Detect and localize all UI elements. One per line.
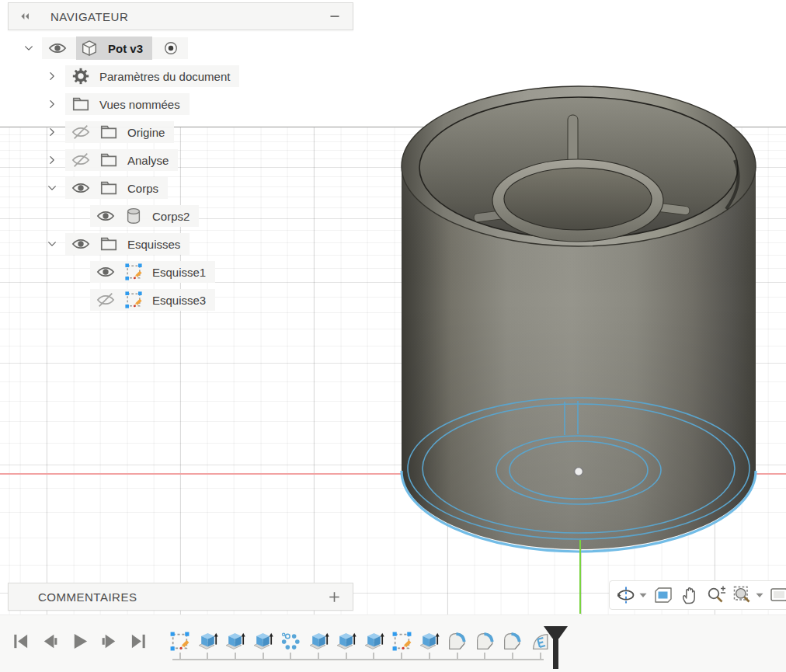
gear-icon <box>71 67 90 85</box>
timeline-feature-extrude-8[interactable] <box>363 631 384 652</box>
step-forward-button[interactable] <box>99 632 119 651</box>
comments-title: COMMENTAIRES <box>38 590 327 604</box>
timeline-feature-extrude-6[interactable] <box>308 631 329 652</box>
chevron-down-icon[interactable] <box>47 183 57 193</box>
window-zoom-options-caret-button[interactable] <box>756 593 763 598</box>
timeline-feature-extrude-2[interactable] <box>197 631 218 652</box>
timeline-feature-fillet-13[interactable] <box>502 631 523 652</box>
tree-item-label-box: Vues nommées <box>65 93 190 115</box>
active-component-radio[interactable] <box>163 40 179 56</box>
pan-button[interactable] <box>680 585 700 605</box>
timeline-feature-extrude-7[interactable] <box>336 631 356 652</box>
tree-item-pot-v3[interactable]: Pot v3 <box>0 34 373 62</box>
tree-item-esquisse1[interactable]: Esquisse1 <box>0 258 373 286</box>
visibility-off-icon[interactable] <box>71 151 90 169</box>
timeline-playhead-stem[interactable] <box>553 638 558 669</box>
window-zoom-button[interactable] <box>732 585 753 605</box>
minus-icon <box>328 9 342 23</box>
visibility-on-icon[interactable] <box>96 263 115 281</box>
pot-body[interactable] <box>402 86 756 549</box>
timeline-feature-extrude-4[interactable] <box>252 631 273 652</box>
tree-item-label-box: Origine <box>65 121 174 143</box>
tree-item-label-box: Esquisses <box>65 233 190 255</box>
feature-tick <box>318 653 319 659</box>
visibility-on-icon[interactable] <box>48 39 67 57</box>
tree-item-analyse[interactable]: Analyse <box>0 146 373 174</box>
sketch-icon <box>124 263 143 281</box>
chevron-right-icon[interactable] <box>47 155 57 165</box>
timeline-feature-fillet-12[interactable] <box>475 631 496 652</box>
visibility-on-icon[interactable] <box>96 207 115 225</box>
skip-to-end-button[interactable] <box>129 632 148 651</box>
timeline-feature-fillet-11[interactable] <box>447 631 468 652</box>
tree-item-label: Esquisse3 <box>152 294 206 307</box>
tree-item-label: Analyse <box>127 154 169 167</box>
navigator-header: NAVIGATEUR <box>8 2 353 30</box>
timeline-feature-circular-pattern-5[interactable] <box>280 631 301 652</box>
folder-icon <box>99 235 118 253</box>
tree-item-corps[interactable]: Corps <box>0 174 373 202</box>
feature-tick <box>290 653 291 659</box>
tree-item-origine[interactable]: Origine <box>0 118 373 146</box>
folder-icon <box>99 151 118 169</box>
look-at-button[interactable] <box>653 585 673 605</box>
tree-item-label-box: Corps <box>65 177 168 199</box>
feature-tick <box>235 653 236 659</box>
timeline-feature-sketch-1[interactable] <box>169 631 190 652</box>
play-button[interactable] <box>70 632 89 651</box>
timeline-feature-sketch-9[interactable] <box>391 631 412 652</box>
add-comment-button[interactable] <box>327 590 342 604</box>
tree-item-vues-nomm-es[interactable]: Vues nommées <box>0 90 373 118</box>
timeline-feature-emboss-14[interactable] <box>530 631 551 652</box>
feature-tick <box>457 653 458 659</box>
visibility-off-icon[interactable] <box>96 291 115 309</box>
navigator-title: NAVIGATEUR <box>50 10 328 23</box>
feature-tick <box>429 653 430 659</box>
chevron-down-icon[interactable] <box>23 43 34 54</box>
timeline-feature-extrude-3[interactable] <box>224 631 245 652</box>
timeline-playback-controls <box>11 632 148 651</box>
timeline-feature-extrude-10[interactable] <box>419 631 440 652</box>
step-back-button[interactable] <box>40 632 60 651</box>
selected-item-highlight: Pot v3 <box>76 37 152 60</box>
visibility-on-icon[interactable] <box>71 235 90 253</box>
display-settings-button[interactable] <box>770 585 786 605</box>
orbit-icon <box>616 585 636 605</box>
folder-icon <box>99 123 118 141</box>
chevron-down-icon[interactable] <box>47 239 57 249</box>
orbit-options-caret-button[interactable] <box>639 593 647 598</box>
folder-icon <box>99 179 118 197</box>
chevron-right-icon[interactable] <box>47 71 57 82</box>
tree-item-label-box: Esquisse1 <box>90 261 215 283</box>
window-zoom-icon <box>732 585 753 605</box>
display-settings-icon <box>770 585 786 605</box>
chevron-right-icon[interactable] <box>47 99 57 110</box>
pan-icon <box>680 585 700 605</box>
tree-item-label: Paramètres du document <box>99 70 230 83</box>
feature-tick <box>207 653 208 659</box>
tree-item-esquisses[interactable]: Esquisses <box>0 230 373 258</box>
tree-item-label-box: Pot v3 <box>42 37 188 59</box>
tree-item-corps2[interactable]: Corps2 <box>0 202 373 230</box>
sketch-icon <box>124 291 143 309</box>
tree-item-esquisse3[interactable]: Esquisse3 <box>0 286 373 314</box>
minimize-navigator-button[interactable] <box>328 9 342 23</box>
chevron-right-icon[interactable] <box>47 127 57 138</box>
collapse-navigator-button[interactable] <box>18 10 32 23</box>
folder-icon <box>71 95 90 113</box>
feature-tick <box>346 653 347 659</box>
feature-tick <box>263 653 264 659</box>
tree-item-param-tres-du-document[interactable]: Paramètres du document <box>0 62 373 90</box>
tree-item-label: Corps2 <box>152 210 190 223</box>
zoom-button[interactable] <box>706 585 726 605</box>
step-back-icon <box>40 632 60 651</box>
feature-tick <box>401 653 402 659</box>
comments-bar[interactable]: COMMENTAIRES <box>8 583 353 611</box>
component-icon <box>80 39 99 57</box>
feature-tick <box>373 653 374 659</box>
skip-to-start-button[interactable] <box>11 632 30 651</box>
visibility-on-icon[interactable] <box>71 179 90 197</box>
visibility-off-icon[interactable] <box>71 123 90 141</box>
orbit-button[interactable] <box>616 585 636 605</box>
sketch-center-point[interactable] <box>575 468 583 476</box>
